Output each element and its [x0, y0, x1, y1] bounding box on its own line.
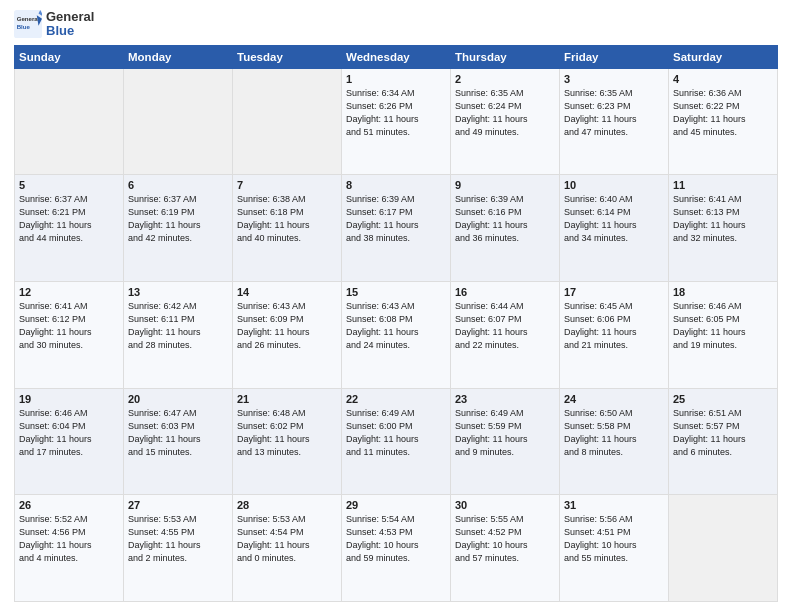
day-cell: 28Sunrise: 5:53 AM Sunset: 4:54 PM Dayli… — [233, 495, 342, 602]
day-info: Sunrise: 5:55 AM Sunset: 4:52 PM Dayligh… — [455, 513, 555, 565]
day-info: Sunrise: 6:40 AM Sunset: 6:14 PM Dayligh… — [564, 193, 664, 245]
weekday-sunday: Sunday — [15, 45, 124, 68]
day-info: Sunrise: 6:49 AM Sunset: 5:59 PM Dayligh… — [455, 407, 555, 459]
day-cell: 26Sunrise: 5:52 AM Sunset: 4:56 PM Dayli… — [15, 495, 124, 602]
day-cell: 18Sunrise: 6:46 AM Sunset: 6:05 PM Dayli… — [669, 281, 778, 388]
svg-text:General: General — [17, 16, 40, 23]
day-cell — [233, 68, 342, 175]
day-info: Sunrise: 6:39 AM Sunset: 6:17 PM Dayligh… — [346, 193, 446, 245]
day-number: 26 — [19, 499, 119, 511]
day-number: 1 — [346, 73, 446, 85]
day-cell: 23Sunrise: 6:49 AM Sunset: 5:59 PM Dayli… — [451, 388, 560, 495]
day-info: Sunrise: 5:54 AM Sunset: 4:53 PM Dayligh… — [346, 513, 446, 565]
day-number: 8 — [346, 179, 446, 191]
day-cell: 27Sunrise: 5:53 AM Sunset: 4:55 PM Dayli… — [124, 495, 233, 602]
day-cell: 22Sunrise: 6:49 AM Sunset: 6:00 PM Dayli… — [342, 388, 451, 495]
weekday-friday: Friday — [560, 45, 669, 68]
day-cell: 12Sunrise: 6:41 AM Sunset: 6:12 PM Dayli… — [15, 281, 124, 388]
day-info: Sunrise: 6:36 AM Sunset: 6:22 PM Dayligh… — [673, 87, 773, 139]
day-cell: 25Sunrise: 6:51 AM Sunset: 5:57 PM Dayli… — [669, 388, 778, 495]
day-info: Sunrise: 6:39 AM Sunset: 6:16 PM Dayligh… — [455, 193, 555, 245]
day-number: 7 — [237, 179, 337, 191]
svg-text:Blue: Blue — [17, 24, 31, 31]
day-number: 27 — [128, 499, 228, 511]
day-info: Sunrise: 6:37 AM Sunset: 6:19 PM Dayligh… — [128, 193, 228, 245]
day-cell: 31Sunrise: 5:56 AM Sunset: 4:51 PM Dayli… — [560, 495, 669, 602]
day-info: Sunrise: 6:43 AM Sunset: 6:09 PM Dayligh… — [237, 300, 337, 352]
day-info: Sunrise: 6:50 AM Sunset: 5:58 PM Dayligh… — [564, 407, 664, 459]
day-number: 11 — [673, 179, 773, 191]
day-cell: 20Sunrise: 6:47 AM Sunset: 6:03 PM Dayli… — [124, 388, 233, 495]
day-number: 2 — [455, 73, 555, 85]
day-cell: 29Sunrise: 5:54 AM Sunset: 4:53 PM Dayli… — [342, 495, 451, 602]
day-cell: 8Sunrise: 6:39 AM Sunset: 6:17 PM Daylig… — [342, 175, 451, 282]
day-cell: 15Sunrise: 6:43 AM Sunset: 6:08 PM Dayli… — [342, 281, 451, 388]
day-number: 18 — [673, 286, 773, 298]
logo-general: General — [46, 10, 94, 24]
day-cell: 11Sunrise: 6:41 AM Sunset: 6:13 PM Dayli… — [669, 175, 778, 282]
header: General Blue General Blue — [14, 10, 778, 39]
day-number: 14 — [237, 286, 337, 298]
day-cell: 2Sunrise: 6:35 AM Sunset: 6:24 PM Daylig… — [451, 68, 560, 175]
day-info: Sunrise: 6:51 AM Sunset: 5:57 PM Dayligh… — [673, 407, 773, 459]
day-cell: 13Sunrise: 6:42 AM Sunset: 6:11 PM Dayli… — [124, 281, 233, 388]
day-cell: 9Sunrise: 6:39 AM Sunset: 6:16 PM Daylig… — [451, 175, 560, 282]
day-number: 23 — [455, 393, 555, 405]
day-cell: 19Sunrise: 6:46 AM Sunset: 6:04 PM Dayli… — [15, 388, 124, 495]
day-info: Sunrise: 6:44 AM Sunset: 6:07 PM Dayligh… — [455, 300, 555, 352]
logo: General Blue General Blue — [14, 10, 94, 39]
day-cell: 21Sunrise: 6:48 AM Sunset: 6:02 PM Dayli… — [233, 388, 342, 495]
day-number: 24 — [564, 393, 664, 405]
day-cell: 17Sunrise: 6:45 AM Sunset: 6:06 PM Dayli… — [560, 281, 669, 388]
day-info: Sunrise: 6:41 AM Sunset: 6:13 PM Dayligh… — [673, 193, 773, 245]
day-cell: 4Sunrise: 6:36 AM Sunset: 6:22 PM Daylig… — [669, 68, 778, 175]
day-info: Sunrise: 6:35 AM Sunset: 6:23 PM Dayligh… — [564, 87, 664, 139]
day-number: 16 — [455, 286, 555, 298]
day-info: Sunrise: 5:53 AM Sunset: 4:54 PM Dayligh… — [237, 513, 337, 565]
day-info: Sunrise: 6:37 AM Sunset: 6:21 PM Dayligh… — [19, 193, 119, 245]
day-info: Sunrise: 6:34 AM Sunset: 6:26 PM Dayligh… — [346, 87, 446, 139]
calendar-page: General Blue General Blue SundayMondayTu… — [0, 0, 792, 612]
weekday-thursday: Thursday — [451, 45, 560, 68]
day-info: Sunrise: 6:45 AM Sunset: 6:06 PM Dayligh… — [564, 300, 664, 352]
day-number: 3 — [564, 73, 664, 85]
weekday-monday: Monday — [124, 45, 233, 68]
day-number: 29 — [346, 499, 446, 511]
weekday-saturday: Saturday — [669, 45, 778, 68]
logo-icon: General Blue — [14, 10, 42, 38]
day-number: 12 — [19, 286, 119, 298]
day-info: Sunrise: 6:35 AM Sunset: 6:24 PM Dayligh… — [455, 87, 555, 139]
day-number: 28 — [237, 499, 337, 511]
day-number: 15 — [346, 286, 446, 298]
day-number: 19 — [19, 393, 119, 405]
day-cell: 1Sunrise: 6:34 AM Sunset: 6:26 PM Daylig… — [342, 68, 451, 175]
calendar-table: SundayMondayTuesdayWednesdayThursdayFrid… — [14, 45, 778, 602]
week-row-2: 5Sunrise: 6:37 AM Sunset: 6:21 PM Daylig… — [15, 175, 778, 282]
day-cell: 5Sunrise: 6:37 AM Sunset: 6:21 PM Daylig… — [15, 175, 124, 282]
day-cell: 16Sunrise: 6:44 AM Sunset: 6:07 PM Dayli… — [451, 281, 560, 388]
day-cell: 14Sunrise: 6:43 AM Sunset: 6:09 PM Dayli… — [233, 281, 342, 388]
day-number: 21 — [237, 393, 337, 405]
day-info: Sunrise: 5:53 AM Sunset: 4:55 PM Dayligh… — [128, 513, 228, 565]
logo-text: General Blue — [46, 10, 94, 39]
day-number: 6 — [128, 179, 228, 191]
day-cell — [669, 495, 778, 602]
week-row-3: 12Sunrise: 6:41 AM Sunset: 6:12 PM Dayli… — [15, 281, 778, 388]
week-row-1: 1Sunrise: 6:34 AM Sunset: 6:26 PM Daylig… — [15, 68, 778, 175]
day-info: Sunrise: 6:48 AM Sunset: 6:02 PM Dayligh… — [237, 407, 337, 459]
day-info: Sunrise: 5:56 AM Sunset: 4:51 PM Dayligh… — [564, 513, 664, 565]
day-number: 10 — [564, 179, 664, 191]
logo-blue: Blue — [46, 24, 94, 38]
day-info: Sunrise: 5:52 AM Sunset: 4:56 PM Dayligh… — [19, 513, 119, 565]
day-info: Sunrise: 6:38 AM Sunset: 6:18 PM Dayligh… — [237, 193, 337, 245]
day-info: Sunrise: 6:42 AM Sunset: 6:11 PM Dayligh… — [128, 300, 228, 352]
day-number: 25 — [673, 393, 773, 405]
weekday-header-row: SundayMondayTuesdayWednesdayThursdayFrid… — [15, 45, 778, 68]
week-row-4: 19Sunrise: 6:46 AM Sunset: 6:04 PM Dayli… — [15, 388, 778, 495]
day-info: Sunrise: 6:41 AM Sunset: 6:12 PM Dayligh… — [19, 300, 119, 352]
day-info: Sunrise: 6:43 AM Sunset: 6:08 PM Dayligh… — [346, 300, 446, 352]
day-number: 20 — [128, 393, 228, 405]
week-row-5: 26Sunrise: 5:52 AM Sunset: 4:56 PM Dayli… — [15, 495, 778, 602]
weekday-wednesday: Wednesday — [342, 45, 451, 68]
day-number: 5 — [19, 179, 119, 191]
